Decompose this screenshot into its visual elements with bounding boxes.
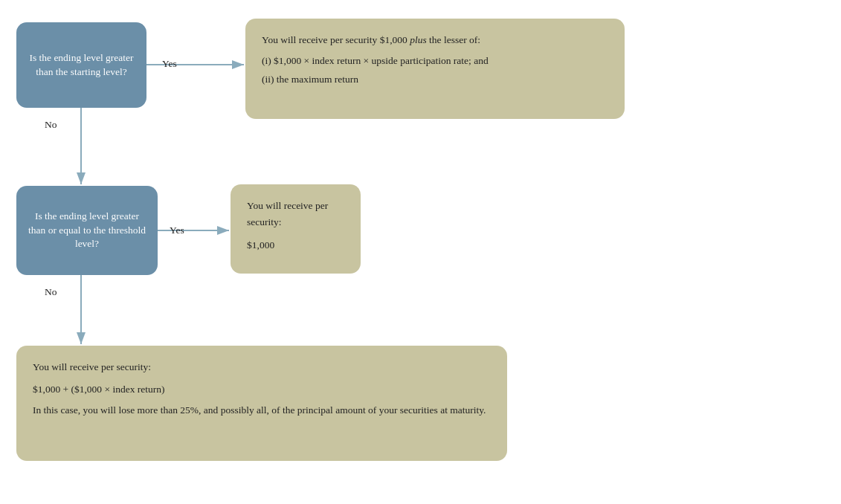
result2-line1: You will receive per security:: [247, 198, 344, 230]
result-box-2: You will receive per security: $1,000: [231, 184, 361, 274]
flowchart-diagram: Is the ending level greater than the sta…: [0, 0, 841, 504]
decision-1-text: Is the ending level greater than the sta…: [28, 51, 135, 80]
result1-line2: (i) $1,000 × index return × upside parti…: [262, 53, 608, 69]
decision-box-1: Is the ending level greater than the sta…: [16, 22, 146, 108]
result-box-3: You will receive per security: $1,000 + …: [16, 346, 507, 461]
result3-line1: You will receive per security:: [33, 359, 491, 375]
result3-line2: $1,000 + ($1,000 × index return): [33, 381, 491, 398]
result2-line2: $1,000: [247, 237, 344, 253]
decision-box-2: Is the ending level greater than or equa…: [16, 186, 158, 275]
result1-line1: You will receive per security $1,000 plu…: [262, 32, 608, 48]
result-box-1: You will receive per security $1,000 plu…: [245, 19, 625, 119]
decision-2-text: Is the ending level greater than or equa…: [28, 210, 146, 252]
result3-line3: In this case, you will lose more than 25…: [33, 403, 491, 418]
result1-line3: (ii) the maximum return: [262, 71, 608, 88]
yes-label-1: Yes: [162, 58, 177, 70]
yes-label-2: Yes: [170, 224, 184, 236]
no-label-2: No: [45, 286, 57, 298]
no-label-1: No: [45, 119, 57, 131]
